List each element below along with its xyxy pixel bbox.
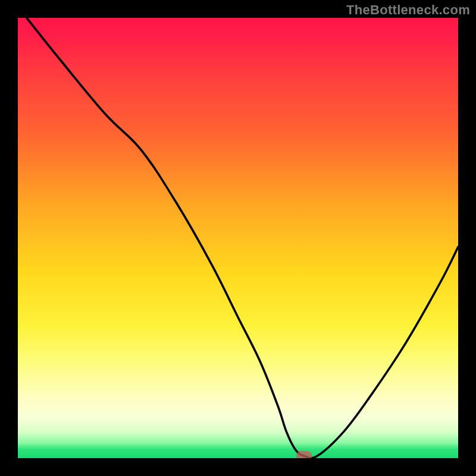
bottleneck-curve-path [27, 18, 458, 458]
minimum-marker [296, 451, 312, 458]
plot-area [18, 18, 458, 458]
curve-svg [18, 18, 458, 458]
chart-frame: TheBottleneck.com [0, 0, 476, 476]
watermark-text: TheBottleneck.com [346, 2, 470, 18]
